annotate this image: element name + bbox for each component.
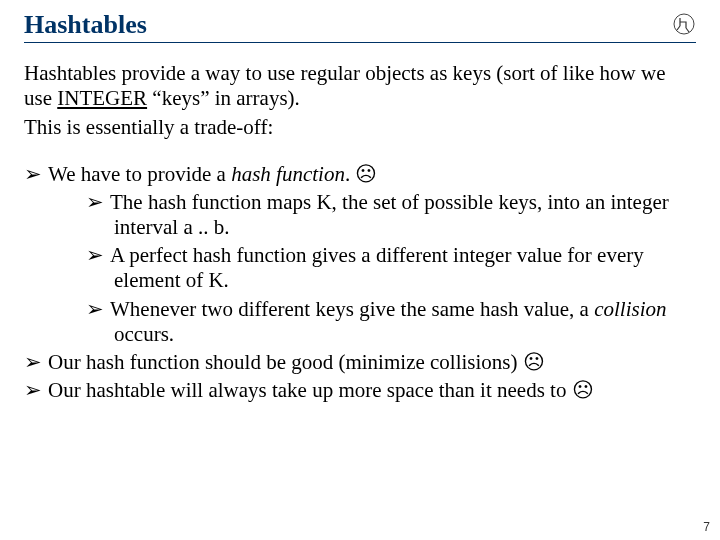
sad-face-icon: ☹ (355, 162, 377, 185)
bullet-2: ➢Our hash function should be good (minim… (24, 349, 696, 375)
triangle-bullet-icon: ➢ (86, 189, 110, 214)
triangle-bullet-icon: ➢ (24, 349, 48, 374)
bullet-1-after: . (345, 162, 356, 186)
page-number: 7 (703, 520, 710, 534)
bullet-1: ➢We have to provide a hash function. ☹ ➢… (24, 161, 696, 347)
bullet-1-before: We have to provide a (48, 162, 231, 186)
page-title: Hashtables (24, 10, 147, 40)
sub-1b-text: A perfect hash function gives a differen… (110, 243, 644, 292)
sub-1a-text: The hash function maps K, the set of pos… (110, 190, 669, 239)
bullet-1-italic: hash function (231, 162, 345, 186)
triangle-bullet-icon: ➢ (24, 161, 48, 186)
intro-underlined: INTEGER (57, 86, 147, 110)
triangle-bullet-icon: ➢ (24, 377, 48, 402)
sub-1b: ➢A perfect hash function gives a differe… (86, 242, 696, 293)
sub-1c-italic: collision (594, 297, 666, 321)
sub-1c-after: occurs. (114, 322, 174, 346)
sad-face-icon: ☹ (572, 378, 594, 401)
intro-paragraph: Hashtables provide a way to use regular … (24, 61, 696, 111)
sublist-1: ➢The hash function maps K, the set of po… (86, 189, 696, 347)
triangle-bullet-icon: ➢ (86, 296, 110, 321)
chair-logo-icon (672, 12, 696, 36)
bullet-3: ➢Our hashtable will always take up more … (24, 377, 696, 403)
svg-point-0 (674, 14, 694, 34)
bullet-2-text: Our hash function should be good (minimi… (48, 350, 523, 374)
sad-face-icon: ☹ (523, 350, 545, 373)
sub-1c-before: Whenever two different keys give the sam… (110, 297, 594, 321)
main-list: ➢We have to provide a hash function. ☹ ➢… (24, 161, 696, 404)
sub-1a: ➢The hash function maps K, the set of po… (86, 189, 696, 240)
intro-text-after: “keys” in arrays). (147, 86, 300, 110)
sub-1c: ➢Whenever two different keys give the sa… (86, 296, 696, 347)
triangle-bullet-icon: ➢ (86, 242, 110, 267)
intro-paragraph-2: This is essentially a trade-off: (24, 115, 696, 140)
bullet-3-text: Our hashtable will always take up more s… (48, 378, 572, 402)
